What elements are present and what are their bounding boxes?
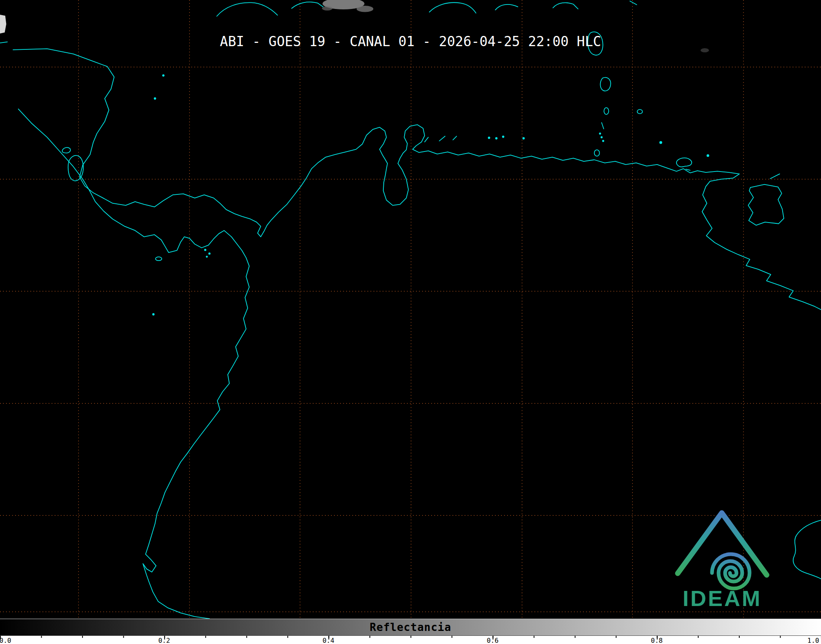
lesser-antilles-islands: [588, 32, 643, 156]
small-islands: [153, 75, 210, 315]
river-right-edge: [793, 520, 821, 579]
tick-label-1: 0.2: [158, 637, 170, 644]
colorbar-major-ticks: [0, 636, 821, 640]
satellite-image-viewport: ABI - GOES 19 - CANAL 01 - 2026-04-25 22…: [0, 0, 821, 644]
colorbar-label: Reflectancia: [370, 621, 452, 633]
tick-label-3: 0.6: [487, 637, 498, 644]
product-title: ABI - GOES 19 - CANAL 01 - 2026-04-25 22…: [0, 33, 821, 49]
colorbar-gradient: Reflectancia: [0, 619, 821, 636]
tick-label-0: 0.0: [0, 637, 11, 644]
logo-text: IDEAM: [683, 586, 762, 610]
ideam-logo: IDEAM: [674, 506, 772, 610]
coastline-caribbean: [0, 42, 821, 310]
tick-label-2: 0.4: [323, 637, 334, 644]
tick-label-5: 1.0: [808, 637, 819, 644]
cyclone-spiral-icon: [712, 554, 750, 588]
colorbar-axis: 0.0 0.2 0.4 0.6 0.8 1.0: [0, 636, 821, 644]
tick-label-4: 0.8: [651, 637, 663, 644]
coastline-pacific: [18, 109, 249, 619]
coastline-top-fragments: [217, 1, 637, 16]
trinidad-tobago-islands: [748, 174, 784, 225]
